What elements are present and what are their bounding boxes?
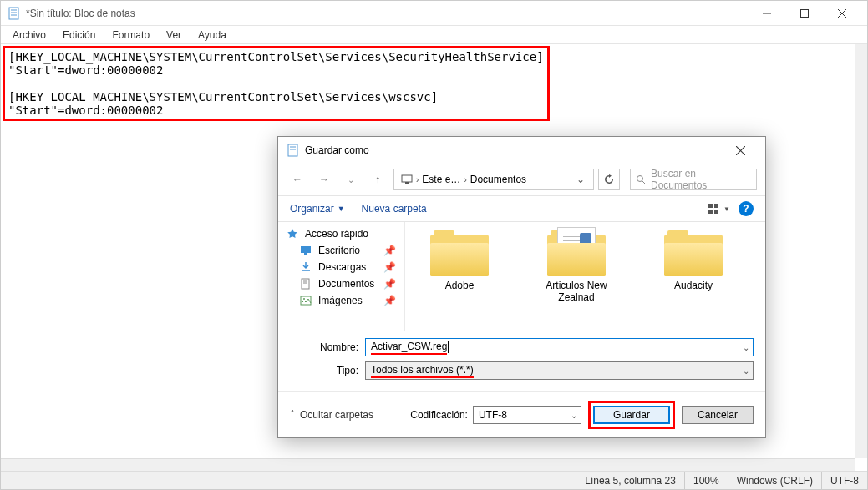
dialog-footer: ˄ Ocultar carpetas Codificación: UTF-8 ⌄… xyxy=(278,391,765,437)
encoding-value: UTF-8 xyxy=(479,409,507,421)
svg-rect-19 xyxy=(708,210,713,214)
filetype-value: Todos los archivos (*.*) xyxy=(371,364,474,378)
svg-rect-22 xyxy=(304,253,307,255)
chevron-down-icon[interactable]: ⌄ xyxy=(743,343,749,352)
minimize-button[interactable] xyxy=(748,2,785,25)
status-encoding: UTF-8 xyxy=(821,472,867,489)
filename-label: Nombre: xyxy=(290,341,365,353)
view-mode-button[interactable]: ▼ xyxy=(708,200,730,218)
download-icon xyxy=(300,261,313,273)
breadcrumb-path[interactable]: › Este e… › Documentos ⌄ xyxy=(393,169,594,190)
save-button[interactable]: Guardar xyxy=(593,406,670,424)
folder-label: Audacity xyxy=(674,280,713,291)
dialog-titlebar: Guardar como xyxy=(278,137,765,164)
breadcrumb-seg-pc[interactable]: Este e… xyxy=(419,174,464,185)
notepad-menubar: Archivo Edición Formato Ver Ayuda xyxy=(1,26,867,44)
dialog-navbar: ← → ⌄ ↑ › Este e… › Documentos ⌄ Buscar … xyxy=(278,164,765,196)
menu-file[interactable]: Archivo xyxy=(6,28,53,42)
horizontal-scrollbar[interactable] xyxy=(1,458,855,471)
svg-rect-20 xyxy=(714,210,718,214)
menu-help[interactable]: Ayuda xyxy=(191,28,233,42)
highlighted-region: [HKEY_LOCAL_MACHINE\SYSTEM\CurrentContro… xyxy=(3,46,550,121)
folder-icon xyxy=(430,230,489,276)
hide-folders-toggle[interactable]: ˄ Ocultar carpetas xyxy=(290,409,373,421)
svg-point-15 xyxy=(637,176,643,182)
dialog-app-icon xyxy=(287,144,300,157)
menu-edit[interactable]: Edición xyxy=(56,28,102,42)
refresh-button[interactable] xyxy=(598,169,620,190)
sidebar-item-label: Escritorio xyxy=(318,245,360,256)
save-button-highlight: Guardar xyxy=(588,401,675,429)
menu-format[interactable]: Formato xyxy=(105,28,156,42)
file-list[interactable]: Adobe Articulos New Zealnad xyxy=(405,222,765,331)
pin-icon: 📌 xyxy=(383,261,396,273)
encoding-select[interactable]: UTF-8 ⌄ xyxy=(473,406,581,424)
svg-line-16 xyxy=(642,181,645,184)
search-input[interactable]: Buscar en Documentos xyxy=(630,169,757,190)
breadcrumb-dropdown[interactable]: ⌄ xyxy=(571,174,590,185)
content-line-4: "Start"=dword:00000002 xyxy=(8,104,163,117)
folder-item-articulos[interactable]: Articulos New Zealnad xyxy=(530,230,622,322)
sidebar-item-label: Imágenes xyxy=(318,295,363,306)
help-button[interactable]: ? xyxy=(739,201,754,216)
svg-rect-17 xyxy=(708,204,713,208)
chevron-up-icon: ˄ xyxy=(290,409,295,421)
status-zoom: 100% xyxy=(684,472,728,489)
notepad-title: *Sin título: Bloc de notas xyxy=(26,8,135,19)
status-lineending: Windows (CRLF) xyxy=(728,472,821,489)
document-icon xyxy=(300,278,313,290)
organize-button[interactable]: Organizar ▼ xyxy=(290,203,345,215)
content-line-1: [HKEY_LOCAL_MACHINE\SYSTEM\CurrentContro… xyxy=(8,50,544,63)
content-line-3: [HKEY_LOCAL_MACHINE\SYSTEM\CurrentContro… xyxy=(8,90,438,104)
notepad-titlebar: *Sin título: Bloc de notas xyxy=(1,1,867,26)
svg-rect-13 xyxy=(402,175,412,182)
pin-icon: 📌 xyxy=(383,278,396,290)
folder-item-audacity[interactable]: Audacity xyxy=(647,230,739,322)
svg-point-27 xyxy=(303,298,305,300)
menu-view[interactable]: Ver xyxy=(160,28,188,42)
new-folder-button[interactable]: Nueva carpeta xyxy=(362,203,427,215)
search-placeholder: Buscar en Documentos xyxy=(651,168,751,191)
nav-up-button[interactable]: ↑ xyxy=(367,169,388,190)
pin-icon: 📌 xyxy=(383,245,396,256)
chevron-down-icon: ▼ xyxy=(723,205,730,213)
nav-history-dropdown[interactable]: ⌄ xyxy=(340,169,362,190)
sidebar-item-label: Documentos xyxy=(318,278,374,290)
folder-icon xyxy=(547,230,606,276)
sidebar-quick-access[interactable]: Acceso rápido xyxy=(278,225,404,242)
vertical-scrollbar[interactable] xyxy=(855,44,867,458)
maximize-button[interactable] xyxy=(785,2,823,25)
dialog-close-button[interactable] xyxy=(723,139,757,162)
sidebar-item-downloads[interactable]: Descargas 📌 xyxy=(278,259,404,275)
sidebar-item-documents[interactable]: Documentos 📌 xyxy=(278,275,404,292)
chevron-down-icon[interactable]: ⌄ xyxy=(743,366,749,376)
sidebar-quick-access-label: Acceso rápido xyxy=(305,228,368,240)
status-position: Línea 5, columna 23 xyxy=(576,472,684,489)
statusbar: Línea 5, columna 23 100% Windows (CRLF) … xyxy=(1,471,867,489)
dialog-form: Nombre: Activar_CSW.reg ⌄ Tipo: Todos lo… xyxy=(278,331,765,391)
close-button[interactable] xyxy=(823,2,860,25)
folder-item-adobe[interactable]: Adobe xyxy=(414,230,505,322)
breadcrumb-seg-folder[interactable]: Documentos xyxy=(467,174,530,185)
nav-back-button[interactable]: ← xyxy=(287,169,308,190)
star-icon xyxy=(287,228,300,240)
filetype-select[interactable]: Todos los archivos (*.*) ⌄ xyxy=(365,361,754,380)
sidebar: Acceso rápido Escritorio 📌 Descargas 📌 xyxy=(278,222,405,331)
dialog-toolbar: Organizar ▼ Nueva carpeta ▼ ? xyxy=(278,196,765,222)
chevron-down-icon[interactable]: ⌄ xyxy=(571,411,577,420)
sidebar-item-label: Descargas xyxy=(318,261,366,273)
nav-forward-button[interactable]: → xyxy=(313,169,335,190)
image-icon xyxy=(300,295,313,306)
cancel-button[interactable]: Cancelar xyxy=(682,406,754,424)
desktop-icon xyxy=(300,245,313,256)
chevron-down-icon: ▼ xyxy=(338,205,345,213)
svg-rect-23 xyxy=(302,279,309,289)
sidebar-item-desktop[interactable]: Escritorio 📌 xyxy=(278,242,404,259)
sidebar-item-images[interactable]: Imágenes 📌 xyxy=(278,292,404,309)
dialog-title: Guardar como xyxy=(305,144,369,156)
folder-icon xyxy=(664,230,723,276)
filename-input[interactable]: Activar_CSW.reg ⌄ xyxy=(365,338,754,356)
svg-rect-21 xyxy=(301,246,311,253)
svg-rect-0 xyxy=(9,8,18,19)
svg-rect-8 xyxy=(288,144,297,156)
